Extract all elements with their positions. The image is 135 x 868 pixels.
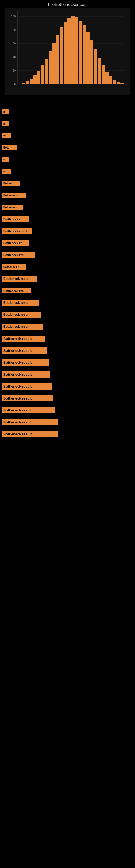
bottleneck-label: B bbox=[2, 157, 9, 162]
bottleneck-list: BBBoBottlBBoBottlenBottleneck rBottlenec… bbox=[0, 106, 135, 440]
bottleneck-label: Bottleneck result bbox=[2, 360, 49, 366]
svg-rect-29 bbox=[75, 18, 78, 84]
svg-rect-23 bbox=[52, 43, 56, 84]
bottleneck-item[interactable]: Bottleneck result bbox=[1, 273, 134, 285]
bottleneck-item[interactable]: Bottleneck result bbox=[1, 404, 134, 416]
bottleneck-item[interactable]: Bottleneck re bbox=[1, 237, 134, 249]
bottleneck-label: Bottleneck result bbox=[2, 228, 32, 234]
bottleneck-label: Bo bbox=[2, 169, 11, 174]
svg-text:60: 60 bbox=[13, 42, 16, 45]
bottleneck-label: Bottleneck result bbox=[2, 371, 50, 378]
svg-rect-26 bbox=[64, 22, 67, 84]
svg-rect-40 bbox=[117, 82, 120, 84]
svg-text:80: 80 bbox=[13, 29, 16, 31]
bottleneck-item[interactable]: Bottleneck result bbox=[1, 368, 134, 380]
svg-rect-20 bbox=[41, 65, 44, 84]
svg-rect-24 bbox=[56, 35, 59, 84]
svg-rect-39 bbox=[113, 80, 116, 84]
svg-rect-41 bbox=[121, 83, 124, 84]
bottleneck-item[interactable]: Bottleneck re bbox=[1, 213, 134, 225]
bottleneck-label: Bottleneck result bbox=[2, 407, 55, 413]
bottleneck-label: Bottleneck r bbox=[2, 265, 27, 270]
bottleneck-label: Bottleneck re bbox=[2, 216, 29, 222]
bottleneck-label: Bottleneck bbox=[2, 205, 23, 210]
svg-rect-34 bbox=[94, 49, 97, 84]
svg-rect-30 bbox=[79, 21, 82, 84]
svg-rect-37 bbox=[105, 72, 108, 84]
bottleneck-label: Bottleneck result bbox=[2, 312, 41, 318]
bottleneck-item[interactable]: Bottleneck result bbox=[1, 297, 134, 309]
bottleneck-item[interactable]: Bottleneck result bbox=[1, 309, 134, 321]
bottleneck-label: Bo bbox=[2, 133, 11, 138]
svg-rect-17 bbox=[30, 79, 33, 84]
chart-area: 0 20 40 60 80 100 bbox=[5, 8, 130, 95]
svg-rect-36 bbox=[101, 65, 105, 84]
bottleneck-label: Bottleneck r bbox=[2, 193, 27, 198]
bottleneck-item[interactable]: Bottleneck result bbox=[1, 356, 134, 368]
svg-text:0: 0 bbox=[14, 83, 16, 86]
bottleneck-item[interactable]: B bbox=[1, 106, 134, 118]
bottleneck-label: Bottl bbox=[2, 145, 17, 150]
svg-text:100: 100 bbox=[11, 15, 16, 18]
bottleneck-label: Bottlen bbox=[2, 181, 20, 186]
svg-text:20: 20 bbox=[13, 69, 16, 72]
bottleneck-item[interactable]: Bottleneck bbox=[1, 201, 134, 213]
svg-rect-18 bbox=[34, 75, 37, 84]
bottleneck-label: B bbox=[2, 109, 9, 114]
bottleneck-label: B bbox=[2, 121, 9, 126]
bottleneck-item[interactable]: Bottlen bbox=[1, 177, 134, 189]
bottleneck-label: Bottleneck result bbox=[2, 300, 39, 306]
bottleneck-item[interactable]: Bottleneck resu bbox=[1, 249, 134, 261]
svg-rect-33 bbox=[90, 40, 93, 84]
svg-rect-25 bbox=[60, 27, 63, 84]
svg-rect-14 bbox=[18, 84, 21, 84]
bottleneck-item[interactable]: Bottleneck r bbox=[1, 189, 134, 201]
bottleneck-label: Bottleneck result bbox=[2, 336, 45, 342]
bottleneck-label: Bottleneck re bbox=[2, 240, 29, 246]
bottleneck-label: Bottleneck result bbox=[2, 383, 52, 390]
bottleneck-label: Bottleneck result bbox=[2, 431, 58, 437]
svg-rect-21 bbox=[45, 59, 48, 84]
bottleneck-label: Bottleneck result bbox=[2, 323, 43, 330]
bottleneck-item[interactable]: Bottleneck res bbox=[1, 285, 134, 297]
bottleneck-item[interactable]: Bottl bbox=[1, 142, 134, 154]
bottleneck-label: Bottleneck result bbox=[2, 347, 47, 354]
bottleneck-label: Bottleneck res bbox=[2, 288, 31, 293]
svg-rect-28 bbox=[71, 16, 75, 84]
bottleneck-item[interactable]: Bottleneck result bbox=[1, 321, 134, 333]
bottleneck-item[interactable]: B bbox=[1, 118, 134, 130]
bottleneck-label: Bottleneck result bbox=[2, 276, 37, 282]
svg-rect-22 bbox=[49, 51, 52, 84]
site-title: TheBottlenecker.com bbox=[0, 0, 135, 8]
bottleneck-item[interactable]: Bottleneck r bbox=[1, 261, 134, 273]
svg-rect-35 bbox=[98, 58, 101, 84]
bottleneck-item[interactable]: Bottleneck result bbox=[1, 416, 134, 428]
bottleneck-item[interactable]: Bo bbox=[1, 165, 134, 177]
bottleneck-item[interactable]: Bottleneck result bbox=[1, 344, 134, 356]
bottleneck-item[interactable]: Bottleneck result bbox=[1, 392, 134, 404]
bottleneck-label: Bottleneck resu bbox=[2, 252, 35, 258]
bottleneck-label: Bottleneck result bbox=[2, 419, 58, 425]
bottleneck-label: Bottleneck result bbox=[2, 395, 53, 401]
svg-rect-27 bbox=[68, 18, 71, 84]
bottleneck-item[interactable]: B bbox=[1, 154, 134, 165]
bottleneck-item[interactable]: Bottleneck result bbox=[1, 428, 134, 440]
svg-rect-38 bbox=[109, 76, 112, 84]
svg-rect-16 bbox=[26, 82, 29, 84]
svg-rect-15 bbox=[22, 83, 26, 84]
svg-text:40: 40 bbox=[13, 56, 16, 59]
bottleneck-item[interactable]: Bottleneck result bbox=[1, 225, 134, 237]
bottleneck-item[interactable]: Bo bbox=[1, 130, 134, 142]
svg-rect-19 bbox=[37, 71, 41, 84]
bottleneck-item[interactable]: Bottleneck result bbox=[1, 333, 134, 344]
bottleneck-item[interactable]: Bottleneck result bbox=[1, 380, 134, 392]
svg-rect-32 bbox=[86, 32, 90, 84]
svg-rect-31 bbox=[83, 26, 86, 84]
